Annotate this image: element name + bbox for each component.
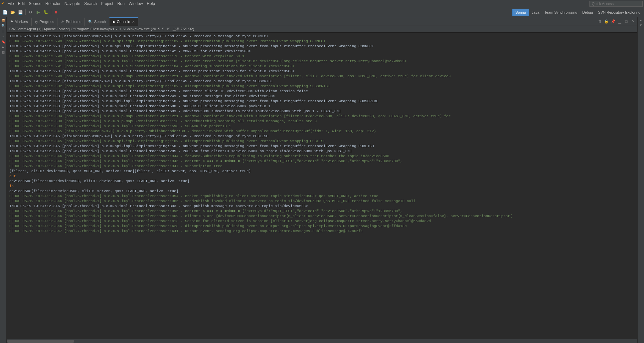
tab-console[interactable]: ▶ Console ✕	[109, 17, 138, 26]
log-line: DEBUG 05-19 19:24:12.298 [pool-6-thread-…	[9, 74, 635, 79]
console-minimize-btn[interactable]: ▁	[617, 18, 623, 24]
console-panel: ⚑ Markers ◷ Progress ⚠ Problems 🔍 Search…	[7, 17, 637, 343]
log-line: DEBUG 05-19 19:24:12.291 [pool-6-thread-…	[9, 64, 635, 69]
log-line: DEBUG 05-19 19:24:12.309 [pool-6-thread-…	[9, 124, 635, 129]
log-line: DEBUG 05-19 19:24:12.290 [pool-6-thread-…	[9, 39, 635, 44]
log-line: INFO 05-19 19:24:12.302 [nioEventLoopGro…	[9, 79, 635, 84]
console-maximize-btn[interactable]: □	[623, 18, 629, 24]
log-line: INFO 05-19 19:24:12.303 [pool-6-thread-1…	[9, 104, 635, 109]
debug-perspective-btn[interactable]: Debug	[580, 9, 595, 16]
log-line: DEBUG 05-19 19:24:12.346 [pool-6-thread-…	[9, 159, 635, 164]
log-line: DEBUG 05-19 19:24:12.304 [pool-6-thread-…	[9, 114, 635, 119]
log-line: DEBUG 05-19 19:24:12.309 [pool-6-thread-…	[9, 119, 635, 124]
log-line: DEBUG 05-19 19:24:12.302 [pool-6-thread-…	[9, 84, 635, 89]
toolbar-debug-btn[interactable]: 🐛	[42, 9, 50, 16]
progress-label: Progress	[40, 20, 54, 24]
app-window: ☀ File Edit Source Refactor Navigate Sea…	[0, 0, 644, 343]
menu-window[interactable]: Window	[127, 1, 145, 7]
main-toolbar: 📄 📂 💾 ⚙ ▶ 🐛 ■ Spring Java Team Synchroni…	[0, 7, 644, 17]
toolbar-open-btn[interactable]: 📂	[9, 9, 16, 16]
menu-run[interactable]: Run	[115, 1, 127, 7]
app-icon: ☀	[1, 1, 4, 6]
markers-icon: ⚑	[10, 20, 13, 24]
java-perspective-btn[interactable]: Java	[529, 9, 542, 16]
menu-refactor[interactable]: Refactor	[44, 1, 63, 7]
menu-project[interactable]: Project	[99, 1, 115, 7]
log-line: device0508[filter:in/device0508, cliID: …	[9, 189, 635, 194]
log-line: INFO 05-19 19:24:12.303 [pool-6-thread-1…	[9, 109, 635, 114]
log-line: INFO 05-19 19:24:12.345 [pool-6-thread-1…	[9, 149, 635, 154]
console-tab-icon: ▶	[113, 20, 115, 24]
console-close-panel-btn[interactable]: ✕	[630, 18, 636, 24]
menu-search[interactable]: Search	[82, 1, 99, 7]
activity-task-icon[interactable]: ✓	[2, 35, 4, 39]
markers-label: Markers	[15, 20, 28, 24]
menu-bar: ☀ File Edit Source Refactor Navigate Sea…	[0, 0, 644, 7]
activity-package-icon[interactable]: 📦	[1, 19, 5, 23]
tab-search[interactable]: 🔍 Search	[85, 18, 109, 26]
log-line: DEBUG 05-19 19:24:12.346 [pool-6-thread-…	[9, 194, 635, 199]
toolbar-run-btn[interactable]: ▶	[35, 9, 42, 16]
console-title-bar: GWCommAgent (1) [Apache Tomcat] C:\Progr…	[7, 26, 637, 33]
right-sidebar-icon-2[interactable]: ▼	[640, 24, 642, 27]
log-line: INFO 05-19 19:24:12.290 [pool-6-thread-1…	[9, 49, 635, 54]
right-sidebar: ▲ ▼	[637, 17, 644, 343]
log-line: in	[9, 184, 635, 189]
toolbar-build-btn[interactable]: ⚙	[27, 9, 34, 16]
toolbar-stop-btn[interactable]: ■	[53, 9, 60, 16]
main-content: 📦 🔍 ☰ ✓ 🔖 ▶ 🖥 ⚑ Markers ◷ Progress	[0, 17, 644, 343]
log-line: DEBUG 05-19 19:24:12.290 [pool-6-thread-…	[9, 54, 635, 59]
log-line: DEBUG 05-19 19:24:12.346 [pool-6-thread-…	[9, 164, 635, 169]
log-line: DEBUG 05-19 19:24:12.346 [pool-6-thread-…	[9, 214, 635, 219]
console-label: Console	[117, 20, 130, 24]
activity-console-icon[interactable]: ▶	[2, 45, 4, 49]
right-sidebar-icon-1[interactable]: ▲	[640, 19, 642, 22]
activity-server-icon[interactable]: 🖥	[2, 51, 5, 55]
console-toolbar-area: 🗑 🔒 📌 ▁ □ ✕	[595, 17, 637, 26]
menu-help[interactable]: Help	[145, 1, 157, 7]
toolbar-new-btn[interactable]: 📄	[1, 9, 9, 16]
tab-progress[interactable]: ◷ Progress	[32, 18, 58, 26]
console-scroll-lock-btn[interactable]: 🔒	[603, 18, 609, 24]
svn-perspective-btn[interactable]: SVN Repository Exploring	[596, 9, 643, 16]
log-line: INFO 05-19 19:24:12.303 [pool-6-thread-1…	[9, 94, 635, 99]
menu-file[interactable]: File	[5, 1, 16, 7]
bottom-tab-bar: ⚑ Markers ◷ Progress ⚠ Problems 🔍 Search…	[7, 17, 637, 26]
log-line: DEBUG 05-19 19:24:12.346 [pool-6-thread-…	[9, 199, 635, 204]
log-line: DEBUG 05-19 19:24:12.346 [pool-6-thread-…	[9, 224, 635, 229]
console-close-icon[interactable]: ✕	[132, 20, 135, 24]
log-line: DEBUG 05-19 19:24:12.346 [pool-6-thread-…	[9, 154, 635, 159]
console-pin-btn[interactable]: 📌	[610, 18, 616, 24]
toolbar-save-btn[interactable]: 💾	[17, 9, 24, 16]
problems-icon: ⚠	[61, 20, 65, 24]
spring-perspective-btn[interactable]: Spring	[512, 9, 529, 16]
log-line: DEBUG 05-19 19:24:12.346 [pool-6-thread-…	[9, 219, 635, 224]
log-line: INFO 05-19 19:24:12.346 [pool-6-thread-1…	[9, 204, 635, 209]
console-window-title: GWCommAgent (1) [Apache Tomcat] C:\Progr…	[9, 27, 194, 32]
team-sync-perspective-btn[interactable]: Team Synchronizing	[542, 9, 579, 16]
log-line: INFO 05-19 19:24:12.290 [nioEventLoopGro…	[9, 34, 635, 39]
log-line: DEBUG 05-19 19:24:12.345 [pool-6-thread-…	[9, 139, 635, 144]
activity-search-icon[interactable]: 🔍	[1, 24, 5, 28]
horizontal-scrollbar[interactable]	[7, 339, 637, 343]
tab-problems[interactable]: ⚠ Problems	[58, 18, 85, 26]
log-line: INFO 05-19 19:24:12.303 [pool-6-thread-1…	[9, 99, 635, 104]
log-line: device0508[filter:out/device0508, cliID:…	[9, 179, 635, 184]
log-line: INFO 05-19 19:24:12.298 [pool-6-thread-1…	[9, 69, 635, 74]
log-line: INFO 05-19 19:24:12.345 [nioEventLoopGro…	[9, 134, 635, 139]
menu-navigate[interactable]: Navigate	[63, 1, 82, 7]
search-label: Search	[94, 20, 106, 24]
search-tab-icon: 🔍	[88, 20, 93, 24]
console-clear-btn[interactable]: 🗑	[597, 18, 603, 24]
menu-edit[interactable]: Edit	[16, 1, 27, 7]
activity-bookmark-icon[interactable]: 🔖	[1, 40, 5, 44]
activity-outline-icon[interactable]: ☰	[2, 29, 5, 33]
log-line: DEBUG 05-19 19:24:12.345 [nioEventLoopGr…	[9, 129, 635, 134]
log-line: INFO 05-19 19:24:12.290 [pool-6-thread-1…	[9, 44, 635, 49]
log-line: DEBUG 05-19 19:24:12.346 [pool-6-thread-…	[9, 209, 635, 214]
menu-source[interactable]: Source	[27, 1, 43, 7]
quick-access-input[interactable]	[589, 1, 643, 7]
tab-markers[interactable]: ⚑ Markers	[7, 18, 32, 26]
log-line: INFO 05-19 19:24:12.345 [pool-6-thread-1…	[9, 144, 635, 149]
log-output[interactable]: INFO 05-19 19:24:12.290 [nioEventLoopGro…	[7, 33, 637, 339]
